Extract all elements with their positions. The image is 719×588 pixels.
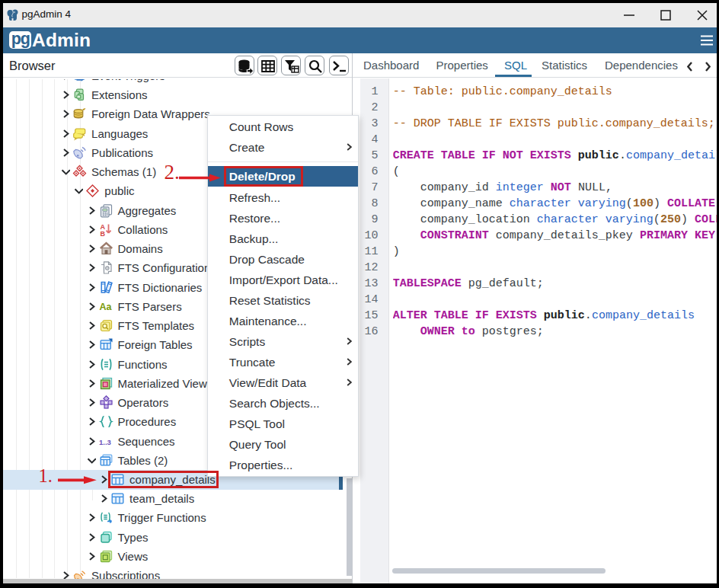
svg-text:1..3: 1..3 [99, 437, 111, 446]
svg-text:Aa: Aa [99, 302, 112, 312]
svg-text:B: B [100, 229, 105, 237]
